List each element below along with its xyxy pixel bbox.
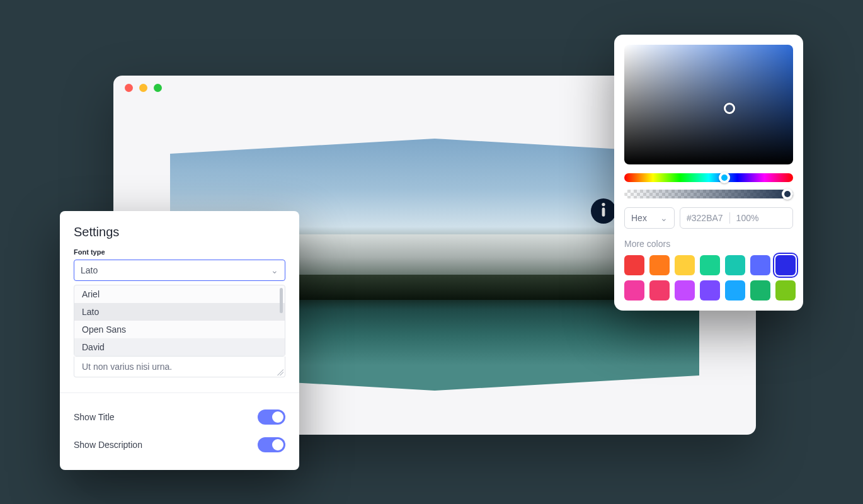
swatch-11[interactable]	[700, 280, 720, 301]
color-gradient-area[interactable]	[624, 45, 793, 164]
info-icon	[600, 202, 607, 220]
swatch-4[interactable]	[700, 255, 720, 275]
color-picker-panel: Hex ⌄ #322BA7 100% More colors	[614, 35, 803, 311]
chevron-down-icon: ⌄	[660, 213, 668, 223]
divider	[60, 392, 299, 393]
show-title-row: Show Title	[60, 403, 299, 431]
swatch-grid	[624, 255, 793, 301]
minimize-window-button[interactable]	[139, 84, 147, 92]
font-type-dropdown: Ariel Lato Open Sans David	[74, 285, 285, 357]
color-format-value: Hex	[631, 213, 647, 223]
swatch-1[interactable]	[624, 255, 644, 275]
opacity-value: 100%	[736, 213, 759, 223]
hue-slider-thumb[interactable]	[719, 172, 730, 183]
font-option-david[interactable]: David	[74, 338, 285, 356]
font-type-selected-value: Lato	[81, 265, 98, 275]
swatch-9[interactable]	[649, 280, 670, 301]
swatch-7[interactable]	[775, 255, 796, 275]
color-value-row: Hex ⌄ #322BA7 100%	[624, 207, 793, 229]
swatch-2[interactable]	[649, 255, 670, 275]
hex-value: #322BA7	[687, 213, 723, 223]
swatch-10[interactable]	[675, 280, 695, 301]
close-window-button[interactable]	[125, 84, 133, 92]
dropdown-scrollbar[interactable]	[280, 288, 283, 313]
maximize-window-button[interactable]	[154, 84, 162, 92]
swatch-3[interactable]	[675, 255, 695, 275]
show-description-toggle[interactable]	[258, 437, 285, 452]
font-option-open-sans[interactable]: Open Sans	[74, 321, 285, 338]
show-title-toggle[interactable]	[258, 410, 285, 425]
font-option-ariel[interactable]: Ariel	[74, 285, 285, 303]
font-option-lato[interactable]: Lato	[74, 303, 285, 321]
resize-handle[interactable]	[277, 369, 283, 375]
color-format-select[interactable]: Hex ⌄	[624, 207, 675, 229]
swatch-12[interactable]	[725, 280, 745, 301]
gradient-cursor[interactable]	[724, 103, 735, 114]
opacity-slider[interactable]	[624, 190, 793, 198]
color-hex-input[interactable]: #322BA7 100%	[680, 207, 793, 229]
swatch-5[interactable]	[725, 255, 745, 275]
sample-text-value: Ut non varius nisi urna.	[82, 362, 172, 372]
settings-title: Settings	[60, 225, 299, 248]
chevron-down-icon: ⌄	[271, 265, 278, 275]
swatch-13[interactable]	[750, 280, 770, 301]
swatch-8[interactable]	[624, 280, 644, 301]
swatch-6[interactable]	[750, 255, 770, 275]
hue-slider[interactable]	[624, 173, 793, 182]
font-type-select[interactable]: Lato ⌄	[74, 260, 285, 281]
info-button[interactable]	[591, 198, 616, 224]
sample-text-field[interactable]: Ut non varius nisi urna.	[74, 357, 285, 377]
svg-point-0	[602, 203, 605, 206]
opacity-slider-thumb[interactable]	[782, 188, 793, 200]
settings-panel: Settings Font type Lato ⌄ Ariel Lato Ope…	[60, 211, 299, 470]
svg-rect-1	[602, 207, 605, 216]
more-colors-label: More colors	[624, 239, 793, 249]
font-type-label: Font type	[60, 248, 299, 260]
separator	[729, 212, 730, 224]
show-description-label: Show Description	[74, 440, 142, 450]
show-title-label: Show Title	[74, 412, 115, 422]
show-description-row: Show Description	[60, 431, 299, 459]
swatch-14[interactable]	[775, 280, 796, 301]
